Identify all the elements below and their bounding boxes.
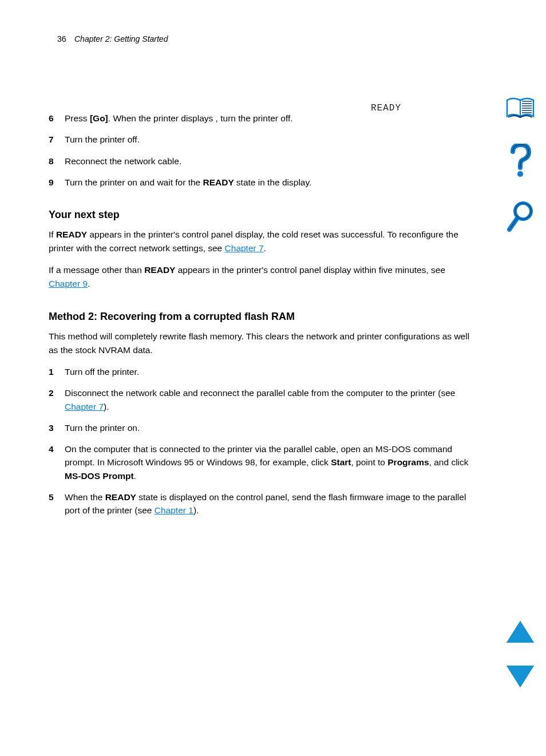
method2-step-2: 2 Disconnect the network cable and recon…: [49, 386, 472, 413]
main-content: 6 Press [Go]. When the printer displays …: [49, 54, 472, 525]
bold-text: READY: [56, 229, 87, 239]
text: state in the display.: [236, 177, 312, 187]
method2-step-3: 3 Turn the printer on.: [49, 421, 472, 434]
svg-point-2: [515, 203, 531, 219]
method2-step-4: 4 On the computer that is connected to t…: [49, 442, 472, 482]
text: , and click: [429, 457, 469, 467]
link-chapter-1[interactable]: Chapter 1: [155, 505, 193, 515]
link-chapter-7[interactable]: Chapter 7: [225, 243, 264, 253]
text: , point to: [351, 457, 388, 467]
text: If: [49, 229, 56, 239]
step-text: Press [Go]. When the printer displays , …: [65, 112, 472, 125]
heading-next-step: Your next step: [49, 209, 472, 221]
step-number: 2: [49, 386, 65, 399]
step-6: 6 Press [Go]. When the printer displays …: [49, 112, 472, 125]
step-text: Reconnect the network cable.: [65, 155, 472, 168]
step-text: Turn off the printer.: [65, 365, 472, 378]
step-text: Turn the printer on.: [65, 421, 472, 434]
text: appears in the printer's control panel d…: [175, 265, 445, 275]
text: Press: [65, 113, 90, 123]
method2-step-1: 1 Turn off the printer.: [49, 365, 472, 378]
step-text: Turn the printer off.: [65, 133, 472, 146]
page-number: 36: [57, 34, 66, 43]
step-number: 8: [49, 155, 65, 168]
bold-text: READY: [203, 177, 236, 187]
page-title: Chapter 2: Getting Started: [74, 34, 168, 43]
text: When the: [65, 492, 105, 502]
text: . When the printer displays: [108, 113, 216, 123]
prev-page-icon[interactable]: [507, 621, 534, 643]
sidebar-tools: [503, 94, 537, 234]
steps-list-a: 6 Press [Go]. When the printer displays …: [49, 112, 472, 189]
step-8: 8 Reconnect the network cable.: [49, 155, 472, 168]
bold-text: Programs: [387, 457, 429, 467]
book-icon[interactable]: [505, 94, 536, 121]
nav-arrows: [503, 621, 537, 687]
search-icon[interactable]: [506, 201, 535, 234]
svg-point-0: [517, 171, 523, 177]
text: .: [134, 471, 136, 481]
step-text: On the computer that is connected to the…: [65, 442, 472, 482]
text: .: [264, 243, 266, 253]
step-text: Disconnect the network cable and reconne…: [65, 386, 472, 413]
bold-text: READY: [144, 265, 175, 275]
step-number: 1: [49, 365, 65, 378]
para-next-step-2: If a message other than READY appears in…: [49, 263, 472, 291]
bold-text: Start: [331, 457, 351, 467]
text: .: [88, 279, 90, 288]
step-text: Turn the printer on and wait for the REA…: [65, 176, 472, 189]
step-9: 9 Turn the printer on and wait for the R…: [49, 176, 472, 189]
next-page-icon[interactable]: [507, 666, 534, 687]
bold-text: READY: [105, 492, 136, 502]
text: Disconnect the network cable and reconne…: [65, 388, 455, 398]
method2-step-5: 5 When the READY state is displayed on t…: [49, 490, 472, 517]
step-number: 7: [49, 133, 65, 146]
para-method2-intro: This method will completely rewrite flas…: [49, 330, 472, 357]
help-icon[interactable]: [508, 144, 532, 178]
text: ).: [193, 505, 199, 515]
step-number: 9: [49, 176, 65, 189]
step-number: 4: [49, 442, 65, 456]
step-text: When the READY state is displayed on the…: [65, 490, 472, 517]
step-7: 7 Turn the printer off.: [49, 133, 472, 146]
link-chapter-9[interactable]: Chapter 9: [49, 279, 88, 288]
para-next-step-1: If READY appears in the printer's contro…: [49, 228, 472, 255]
bold-text: MS-DOS Prompt: [65, 471, 134, 481]
text: Turn the printer on and wait for the: [65, 177, 203, 187]
step-number: 3: [49, 421, 65, 434]
text: , turn the printer off.: [216, 113, 293, 123]
heading-method-2: Method 2: Recovering from a corrupted fl…: [49, 311, 472, 323]
link-chapter-7b[interactable]: Chapter 7: [65, 402, 104, 411]
bold-text: [Go]: [90, 113, 108, 123]
text: ).: [104, 402, 109, 411]
text: If a message other than: [49, 265, 144, 275]
step-number: 5: [49, 490, 65, 504]
step-number: 6: [49, 112, 65, 125]
